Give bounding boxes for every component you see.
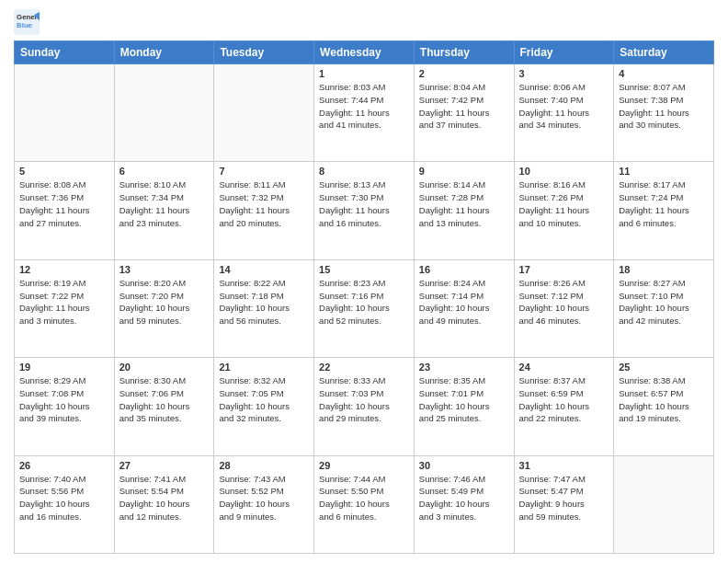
- weekday-header-thursday: Thursday: [414, 41, 514, 64]
- day-number: 11: [619, 166, 709, 177]
- day-info: Sunrise: 8:38 AMSunset: 6:57 PMDaylight:…: [619, 374, 709, 425]
- calendar-cell: 15Sunrise: 8:23 AMSunset: 7:16 PMDayligh…: [314, 259, 415, 357]
- day-number: 26: [19, 460, 109, 471]
- day-info: Sunrise: 8:37 AMSunset: 6:59 PMDaylight:…: [519, 374, 609, 425]
- day-number: 15: [319, 264, 409, 275]
- day-info: Sunrise: 8:33 AMSunset: 7:03 PMDaylight:…: [319, 374, 409, 425]
- week-row-5: 26Sunrise: 7:40 AMSunset: 5:56 PMDayligh…: [15, 455, 714, 553]
- day-number: 8: [319, 166, 409, 177]
- calendar-cell: 6Sunrise: 8:10 AMSunset: 7:34 PMDaylight…: [114, 162, 214, 259]
- day-number: 4: [619, 68, 709, 79]
- calendar-cell: 13Sunrise: 8:20 AMSunset: 7:20 PMDayligh…: [114, 259, 214, 357]
- calendar-cell: 30Sunrise: 7:46 AMSunset: 5:49 PMDayligh…: [414, 455, 514, 553]
- day-info: Sunrise: 7:44 AMSunset: 5:50 PMDaylight:…: [319, 473, 409, 523]
- weekday-header-friday: Friday: [514, 41, 614, 64]
- calendar-cell: 20Sunrise: 8:30 AMSunset: 7:06 PMDayligh…: [114, 358, 214, 455]
- weekday-header-tuesday: Tuesday: [214, 41, 314, 64]
- day-number: 28: [219, 460, 309, 471]
- day-number: 13: [119, 264, 210, 275]
- day-number: 17: [519, 264, 609, 275]
- day-info: Sunrise: 8:20 AMSunset: 7:20 PMDaylight:…: [119, 277, 210, 327]
- calendar-cell: 17Sunrise: 8:26 AMSunset: 7:12 PMDayligh…: [514, 259, 614, 357]
- day-number: 18: [619, 264, 709, 275]
- day-info: Sunrise: 8:04 AMSunset: 7:42 PMDaylight:…: [419, 81, 509, 132]
- day-number: 2: [419, 68, 509, 79]
- calendar-cell: 24Sunrise: 8:37 AMSunset: 6:59 PMDayligh…: [514, 358, 614, 455]
- weekday-header-saturday: Saturday: [614, 41, 714, 64]
- calendar-cell: 12Sunrise: 8:19 AMSunset: 7:22 PMDayligh…: [15, 259, 115, 357]
- calendar-cell: 19Sunrise: 8:29 AMSunset: 7:08 PMDayligh…: [15, 358, 115, 455]
- day-number: 5: [19, 166, 109, 177]
- weekday-header-wednesday: Wednesday: [314, 41, 415, 64]
- header: General Blue: [14, 9, 714, 35]
- calendar-cell: 4Sunrise: 8:07 AMSunset: 7:38 PMDaylight…: [614, 64, 714, 162]
- day-info: Sunrise: 8:08 AMSunset: 7:36 PMDaylight:…: [19, 178, 109, 229]
- calendar-cell: 27Sunrise: 7:41 AMSunset: 5:54 PMDayligh…: [114, 455, 214, 553]
- day-number: 14: [219, 264, 309, 275]
- calendar-cell: 18Sunrise: 8:27 AMSunset: 7:10 PMDayligh…: [614, 259, 714, 357]
- day-info: Sunrise: 8:29 AMSunset: 7:08 PMDaylight:…: [19, 374, 109, 425]
- day-info: Sunrise: 7:46 AMSunset: 5:49 PMDaylight:…: [419, 473, 509, 523]
- day-info: Sunrise: 8:07 AMSunset: 7:38 PMDaylight:…: [619, 81, 709, 132]
- calendar-cell: 2Sunrise: 8:04 AMSunset: 7:42 PMDaylight…: [414, 64, 514, 162]
- day-number: 29: [319, 460, 409, 471]
- day-info: Sunrise: 8:24 AMSunset: 7:14 PMDaylight:…: [419, 277, 509, 327]
- weekday-header-monday: Monday: [114, 41, 214, 64]
- svg-text:Blue: Blue: [17, 21, 33, 29]
- day-info: Sunrise: 8:17 AMSunset: 7:24 PMDaylight:…: [619, 178, 709, 229]
- calendar-cell: 9Sunrise: 8:14 AMSunset: 7:28 PMDaylight…: [414, 162, 514, 259]
- calendar-cell: [114, 64, 214, 162]
- day-info: Sunrise: 8:14 AMSunset: 7:28 PMDaylight:…: [419, 178, 509, 229]
- day-number: 20: [119, 362, 210, 373]
- day-number: 23: [419, 362, 509, 373]
- calendar-cell: [214, 64, 314, 162]
- day-info: Sunrise: 7:40 AMSunset: 5:56 PMDaylight:…: [19, 473, 109, 523]
- day-number: 1: [319, 68, 409, 79]
- day-info: Sunrise: 8:19 AMSunset: 7:22 PMDaylight:…: [19, 277, 109, 327]
- day-number: 31: [519, 460, 609, 471]
- day-info: Sunrise: 8:22 AMSunset: 7:18 PMDaylight:…: [219, 277, 309, 327]
- day-info: Sunrise: 8:27 AMSunset: 7:10 PMDaylight:…: [619, 277, 709, 327]
- day-info: Sunrise: 7:41 AMSunset: 5:54 PMDaylight:…: [119, 473, 210, 523]
- week-row-1: 1Sunrise: 8:03 AMSunset: 7:44 PMDaylight…: [15, 64, 714, 162]
- weekday-header-sunday: Sunday: [15, 41, 115, 64]
- calendar-cell: [15, 64, 115, 162]
- day-number: 19: [19, 362, 109, 373]
- calendar-cell: 14Sunrise: 8:22 AMSunset: 7:18 PMDayligh…: [214, 259, 314, 357]
- calendar-cell: 26Sunrise: 7:40 AMSunset: 5:56 PMDayligh…: [15, 455, 115, 553]
- calendar-table: SundayMondayTuesdayWednesdayThursdayFrid…: [14, 40, 714, 554]
- calendar-cell: 28Sunrise: 7:43 AMSunset: 5:52 PMDayligh…: [214, 455, 314, 553]
- page: General Blue SundayMondayTuesdayWednesda…: [0, 0, 728, 563]
- day-info: Sunrise: 8:11 AMSunset: 7:32 PMDaylight:…: [219, 178, 309, 229]
- day-info: Sunrise: 8:32 AMSunset: 7:05 PMDaylight:…: [219, 374, 309, 425]
- day-number: 21: [219, 362, 309, 373]
- day-info: Sunrise: 8:03 AMSunset: 7:44 PMDaylight:…: [319, 81, 409, 132]
- calendar-cell: 21Sunrise: 8:32 AMSunset: 7:05 PMDayligh…: [214, 358, 314, 455]
- day-number: 30: [419, 460, 509, 471]
- day-info: Sunrise: 8:30 AMSunset: 7:06 PMDaylight:…: [119, 374, 210, 425]
- calendar-cell: 29Sunrise: 7:44 AMSunset: 5:50 PMDayligh…: [314, 455, 415, 553]
- calendar-cell: 16Sunrise: 8:24 AMSunset: 7:14 PMDayligh…: [414, 259, 514, 357]
- week-row-3: 12Sunrise: 8:19 AMSunset: 7:22 PMDayligh…: [15, 259, 714, 357]
- calendar-cell: 3Sunrise: 8:06 AMSunset: 7:40 PMDaylight…: [514, 64, 614, 162]
- day-info: Sunrise: 8:16 AMSunset: 7:26 PMDaylight:…: [519, 178, 609, 229]
- day-info: Sunrise: 8:35 AMSunset: 7:01 PMDaylight:…: [419, 374, 509, 425]
- day-number: 3: [519, 68, 609, 79]
- calendar-cell: 10Sunrise: 8:16 AMSunset: 7:26 PMDayligh…: [514, 162, 614, 259]
- calendar-cell: [614, 455, 714, 553]
- calendar-cell: 8Sunrise: 8:13 AMSunset: 7:30 PMDaylight…: [314, 162, 415, 259]
- day-number: 12: [19, 264, 109, 275]
- calendar-cell: 5Sunrise: 8:08 AMSunset: 7:36 PMDaylight…: [15, 162, 115, 259]
- day-number: 25: [619, 362, 709, 373]
- day-info: Sunrise: 7:43 AMSunset: 5:52 PMDaylight:…: [219, 473, 309, 523]
- day-number: 7: [219, 166, 309, 177]
- day-info: Sunrise: 8:10 AMSunset: 7:34 PMDaylight:…: [119, 178, 210, 229]
- calendar-cell: 25Sunrise: 8:38 AMSunset: 6:57 PMDayligh…: [614, 358, 714, 455]
- day-number: 10: [519, 166, 609, 177]
- week-row-4: 19Sunrise: 8:29 AMSunset: 7:08 PMDayligh…: [15, 358, 714, 455]
- calendar-cell: 31Sunrise: 7:47 AMSunset: 5:47 PMDayligh…: [514, 455, 614, 553]
- day-info: Sunrise: 8:06 AMSunset: 7:40 PMDaylight:…: [519, 81, 609, 132]
- day-number: 16: [419, 264, 509, 275]
- calendar-cell: 1Sunrise: 8:03 AMSunset: 7:44 PMDaylight…: [314, 64, 415, 162]
- calendar-cell: 7Sunrise: 8:11 AMSunset: 7:32 PMDaylight…: [214, 162, 314, 259]
